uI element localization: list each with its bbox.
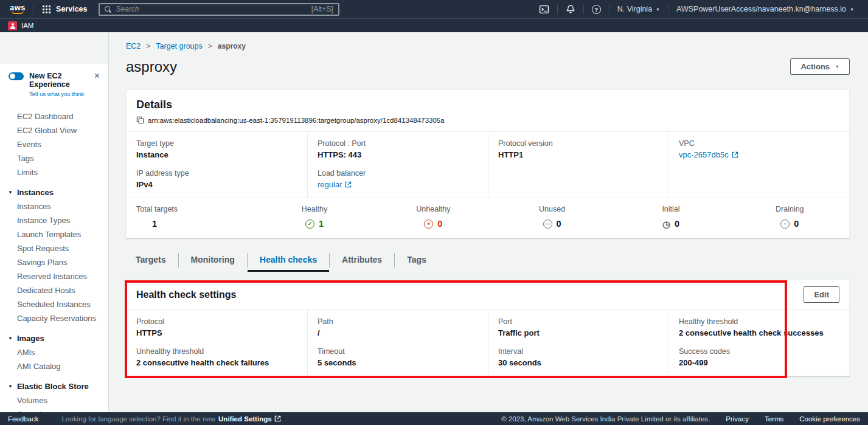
feedback-link[interactable]: Tell us what you think <box>29 91 100 97</box>
sidebar-item-reserved-instances[interactable]: Reserved Instances <box>0 269 108 283</box>
field-value: Traffic port <box>498 328 659 337</box>
edit-button[interactable]: Edit <box>804 286 839 303</box>
search-input[interactable] <box>116 5 307 13</box>
ec2-console: aws Services [Alt+S] ? <box>0 0 868 425</box>
copy-icon[interactable] <box>136 116 144 124</box>
favorite-iam-link[interactable]: IAM <box>21 22 33 29</box>
field-label: Port <box>498 317 659 326</box>
unhealthy-cross-icon: × <box>424 219 433 229</box>
main-content: EC2 > Target groups > asproxy asproxy Ac… <box>109 32 868 412</box>
stat-value: 1 <box>319 219 324 229</box>
sidebar-item-snapshots[interactable]: Snapshots <box>0 407 108 412</box>
sidebar-item-volumes[interactable]: Volumes <box>0 393 108 407</box>
sidebar-item-spot-requests[interactable]: Spot Requests <box>0 241 108 255</box>
tab-monitoring[interactable]: Monitoring <box>179 249 247 272</box>
tab-tags[interactable]: Tags <box>395 249 439 272</box>
field-value: HTTP1 <box>498 150 659 159</box>
close-icon[interactable]: × <box>94 72 100 80</box>
sidebar-item-limits[interactable]: Limits <box>0 165 108 179</box>
breadcrumb-ec2[interactable]: EC2 <box>126 42 141 50</box>
sidebar-section-images[interactable]: ▼ Images <box>0 331 108 345</box>
services-menu-button[interactable]: Services <box>33 5 95 14</box>
favorites-bar: IAM <box>0 18 868 32</box>
field-label: Target type <box>136 139 297 148</box>
help-button[interactable]: ? <box>584 5 609 14</box>
healthy-check-icon: ✓ <box>305 219 314 229</box>
sidebar-item-ec2-dashboard[interactable]: EC2 Dashboard <box>0 109 108 123</box>
tab-targets[interactable]: Targets <box>136 249 178 272</box>
section-label: Elastic Block Store <box>17 382 89 391</box>
feedback-button[interactable]: Feedback <box>8 415 39 423</box>
load-balancer-link[interactable]: regular <box>318 180 352 189</box>
sidebar-item-events[interactable]: Events <box>0 137 108 151</box>
vpc-link[interactable]: vpc-2657db5c <box>679 150 738 159</box>
new-experience-banner: New EC2 Experience Tell us what you thin… <box>0 64 108 103</box>
tab-bar: Targets Monitoring Health checks Attribu… <box>136 249 850 272</box>
sidebar-item-ec2-global-view[interactable]: EC2 Global View <box>0 123 108 137</box>
unified-settings-link[interactable]: Unified Settings <box>218 415 281 423</box>
field-label: Protocol <box>136 317 297 326</box>
field-label: Healthy threshold <box>679 317 839 326</box>
caret-down-icon: ▼ <box>656 7 660 12</box>
initial-clock-icon: ◷ <box>662 219 670 229</box>
actions-button[interactable]: Actions ▼ <box>790 58 850 75</box>
sidebar-item-savings-plans[interactable]: Savings Plans <box>0 255 108 269</box>
global-search[interactable]: [Alt+S] <box>99 3 339 16</box>
stat-label: Total targets <box>136 205 178 213</box>
sidebar-item-instance-types[interactable]: Instance Types <box>0 213 108 227</box>
new-experience-title: New EC2 Experience <box>29 72 100 89</box>
tab-health-checks[interactable]: Health checks <box>248 249 329 272</box>
footer-bar: Feedback Looking for language selection?… <box>0 412 868 425</box>
sidebar-section-instances[interactable]: ▼ Instances <box>0 185 108 199</box>
unused-pending-icon: ⋯ <box>543 219 552 229</box>
chevron-right-icon: > <box>146 42 150 50</box>
topnav-right-group: ? N. Virginia ▼ AWSPowerUserAccess/navan… <box>531 4 862 15</box>
sidebar-item-scheduled-instances[interactable]: Scheduled Instances <box>0 297 108 311</box>
cookie-preferences-link[interactable]: Cookie preferences <box>799 415 860 423</box>
field-value: IPv4 <box>136 180 297 189</box>
field-value: 5 seconds <box>318 358 478 367</box>
sidebar-item-instances[interactable]: Instances <box>0 199 108 213</box>
caret-down-icon: ▼ <box>8 384 13 389</box>
sidebar-item-ami-catalog[interactable]: AMI Catalog <box>0 359 108 373</box>
stat-value: 0 <box>675 219 679 229</box>
field-label: Protocol version <box>498 139 659 148</box>
breadcrumb-target-groups[interactable]: Target groups <box>156 42 202 50</box>
stat-value: 0 <box>437 219 442 229</box>
caret-down-icon: ▼ <box>8 336 13 341</box>
sidebar-item-dedicated-hosts[interactable]: Dedicated Hosts <box>0 283 108 297</box>
services-label: Services <box>56 5 87 13</box>
sidebar-item-amis[interactable]: AMIs <box>0 345 108 359</box>
notifications-button[interactable] <box>558 4 583 14</box>
actions-label: Actions <box>800 62 830 71</box>
aws-logo[interactable]: aws <box>6 4 33 14</box>
region-selector[interactable]: N. Virginia ▼ <box>609 5 668 13</box>
field-label: Success codes <box>679 347 839 356</box>
stat-label: Healthy <box>302 205 327 213</box>
aws-logo-text: aws <box>10 4 26 11</box>
sidebar-item-capacity-reservations[interactable]: Capacity Reservations <box>0 311 108 325</box>
section-label: Images <box>17 334 44 343</box>
details-grid: Target type Instance IP address type IPv… <box>127 131 849 198</box>
sidebar-item-launch-templates[interactable]: Launch Templates <box>0 227 108 241</box>
cloudshell-button[interactable] <box>531 4 557 15</box>
edit-label: Edit <box>814 290 829 299</box>
chevron-right-icon: > <box>208 42 212 50</box>
stat-value: 0 <box>557 219 561 229</box>
account-menu[interactable]: AWSPowerUserAccess/navaneeth.kn@harness.… <box>668 5 862 13</box>
sidebar-item-tags[interactable]: Tags <box>0 151 108 165</box>
tab-attributes[interactable]: Attributes <box>330 249 394 272</box>
terms-link[interactable]: Terms <box>765 415 783 423</box>
field-value: / <box>318 328 478 337</box>
privacy-link[interactable]: Privacy <box>726 415 749 423</box>
new-experience-toggle[interactable] <box>9 72 24 80</box>
caret-down-icon: ▼ <box>835 64 839 69</box>
health-check-grid: Protocol HTTPS Unhealthy threshold 2 con… <box>127 309 849 376</box>
search-icon <box>105 6 111 13</box>
sidebar-section-elastic-block-store[interactable]: ▼ Elastic Block Store <box>0 379 108 393</box>
healthy-stat: Healthy ✓1 <box>255 205 373 229</box>
health-check-settings-title: Health check settings <box>136 289 237 300</box>
stat-label: Unhealthy <box>416 205 450 213</box>
initial-stat: Initial ◷0 <box>611 205 730 229</box>
field-value: Instance <box>136 150 297 159</box>
